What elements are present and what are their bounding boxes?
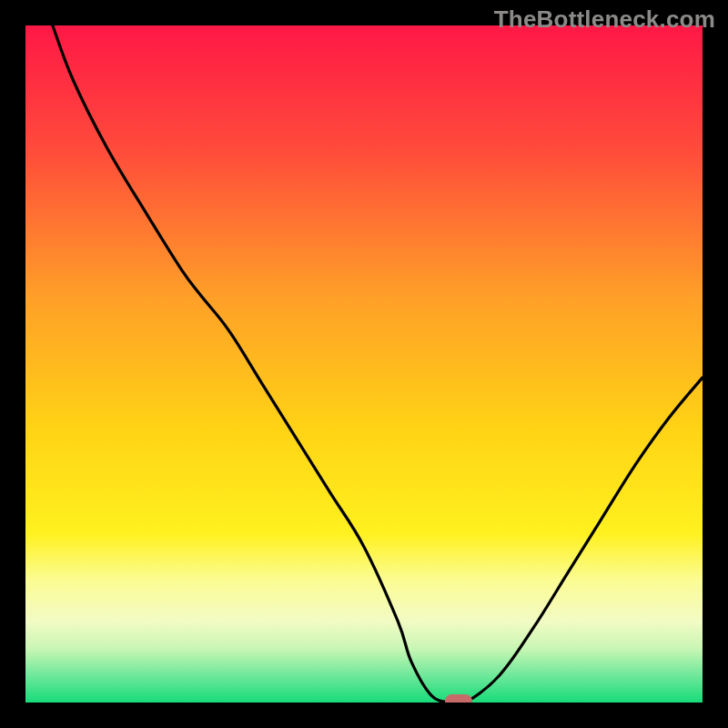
plot-area bbox=[25, 25, 703, 703]
watermark-text: TheBottleneck.com bbox=[494, 5, 715, 34]
chart-container: TheBottleneck.com bbox=[0, 0, 728, 728]
optimal-point-marker bbox=[445, 694, 472, 703]
bottleneck-curve bbox=[25, 25, 703, 703]
